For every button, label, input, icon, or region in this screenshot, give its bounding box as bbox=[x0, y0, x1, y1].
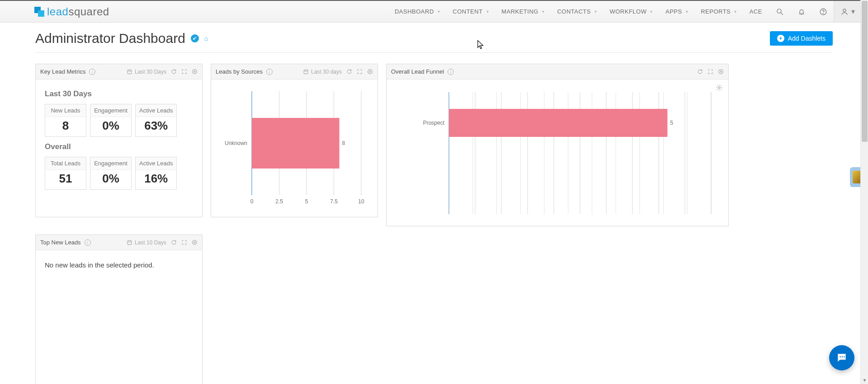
empty-state-message: No new leads in the selected period. bbox=[45, 258, 193, 272]
nav-item-reports[interactable]: REPORTS▾ bbox=[694, 1, 743, 22]
add-dashlets-label: Add Dashlets bbox=[788, 35, 826, 42]
help-icon[interactable] bbox=[812, 1, 834, 22]
metric-value: 16% bbox=[136, 170, 176, 189]
close-icon[interactable] bbox=[192, 69, 198, 75]
chevron-down-icon: ▾ bbox=[542, 9, 545, 14]
dashlet-header: Overall Lead Funnel i bbox=[387, 64, 728, 80]
svg-rect-5 bbox=[127, 70, 132, 74]
dashlet-controls: Last 30 Days bbox=[127, 69, 198, 75]
svg-point-3 bbox=[823, 13, 823, 14]
dashlets-area: Key Lead Metrics i Last 30 Days Last 30 … bbox=[35, 53, 833, 384]
chat-fab[interactable] bbox=[829, 345, 854, 370]
nav-item-content[interactable]: CONTENT▾ bbox=[446, 1, 495, 22]
date-range-label: Last 30 days bbox=[311, 69, 342, 75]
dashlet-controls: Last 10 Days bbox=[127, 239, 198, 246]
plus-circle-icon: + bbox=[777, 35, 784, 42]
nav-item-ace[interactable]: ACE bbox=[743, 1, 769, 22]
nav-item-contacts[interactable]: CONTACTS▾ bbox=[551, 1, 603, 22]
metric-box[interactable]: Active Leads63% bbox=[135, 104, 177, 137]
nav-item-label: MARKETING bbox=[501, 8, 538, 15]
topbar-utilities: ▾ bbox=[769, 1, 861, 22]
metric-box[interactable]: Total Leads51 bbox=[45, 157, 86, 190]
info-icon[interactable]: i bbox=[89, 69, 95, 75]
profile-menu[interactable]: ▾ bbox=[834, 1, 861, 22]
topbar: leadsquared DASHBOARD▾CONTENT▾MARKETING▾… bbox=[0, 0, 868, 23]
fullscreen-icon[interactable] bbox=[181, 239, 187, 245]
nav-item-marketing[interactable]: MARKETING▾ bbox=[495, 1, 551, 22]
calendar-icon bbox=[127, 69, 132, 75]
metric-value: 0% bbox=[90, 117, 131, 136]
metric-label: Total Leads bbox=[45, 157, 86, 170]
chevron-down-icon: ▾ bbox=[594, 9, 597, 14]
metric-value: 8 bbox=[45, 117, 86, 136]
verified-badge-icon[interactable]: ✔ bbox=[191, 34, 199, 42]
svg-text:5: 5 bbox=[670, 120, 673, 126]
info-icon[interactable]: i bbox=[85, 239, 91, 246]
date-range-selector[interactable]: Last 30 Days bbox=[127, 69, 166, 75]
metric-box[interactable]: New Leads8 bbox=[45, 104, 86, 137]
date-range-selector[interactable]: Last 10 Days bbox=[127, 239, 166, 246]
metric-label: Active Leads bbox=[136, 104, 176, 117]
metric-label: Engagement bbox=[90, 157, 131, 170]
metric-box[interactable]: Engagement0% bbox=[90, 104, 132, 137]
chevron-down-icon: ▾ bbox=[851, 7, 855, 16]
chevron-down-icon: ▾ bbox=[686, 9, 689, 14]
svg-text:Unknown: Unknown bbox=[225, 140, 247, 146]
dashlet-body: Prospect5 bbox=[387, 80, 728, 218]
dashlet-top-new-leads: Top New Leads i Last 10 Days No new lead… bbox=[35, 234, 203, 384]
home-icon[interactable]: ⌂ bbox=[204, 35, 208, 42]
metrics-row-overall: Total Leads51Engagement0%Active Leads16% bbox=[45, 157, 193, 190]
logo-text: leadsquared bbox=[47, 5, 109, 18]
date-range-selector[interactable]: Last 30 days bbox=[303, 69, 342, 75]
svg-text:10: 10 bbox=[358, 198, 364, 204]
svg-rect-64 bbox=[127, 241, 132, 245]
logo[interactable]: leadsquared bbox=[34, 5, 109, 18]
svg-line-1 bbox=[781, 13, 783, 15]
vertical-scrollbar[interactable]: ▲ ▼ bbox=[860, 0, 868, 384]
leads-by-sources-chart: 02.557.510Unknown8 bbox=[217, 87, 372, 204]
metric-label: New Leads bbox=[45, 104, 86, 117]
logo-mark bbox=[34, 7, 44, 17]
dashlet-overall-lead-funnel: Overall Lead Funnel i Prospect5 bbox=[386, 64, 729, 226]
nav-item-label: REPORTS bbox=[701, 8, 731, 15]
metric-box[interactable]: Active Leads16% bbox=[135, 157, 177, 190]
scroll-down-arrow[interactable]: ▼ bbox=[861, 376, 868, 384]
close-icon[interactable] bbox=[192, 239, 198, 245]
chevron-down-icon: ▾ bbox=[650, 9, 653, 14]
dashlet-body: 02.557.510Unknown8 bbox=[211, 80, 377, 208]
search-icon[interactable] bbox=[769, 1, 790, 22]
fullscreen-icon[interactable] bbox=[357, 69, 363, 75]
nav-item-apps[interactable]: APPS▾ bbox=[659, 1, 694, 22]
bell-icon[interactable] bbox=[790, 1, 812, 22]
close-icon[interactable] bbox=[367, 69, 373, 75]
close-icon[interactable] bbox=[718, 69, 724, 75]
info-icon[interactable]: i bbox=[448, 69, 454, 75]
refresh-icon[interactable] bbox=[346, 69, 352, 75]
overall-lead-funnel-chart: Prospect5 bbox=[395, 88, 720, 214]
svg-text:7.5: 7.5 bbox=[330, 198, 338, 204]
refresh-icon[interactable] bbox=[697, 69, 703, 75]
dashlet-title: Top New Leads bbox=[40, 239, 81, 246]
svg-point-4 bbox=[843, 9, 846, 12]
metric-box[interactable]: Engagement0% bbox=[90, 157, 132, 190]
info-icon[interactable]: i bbox=[266, 69, 273, 75]
refresh-icon[interactable] bbox=[171, 69, 177, 75]
fullscreen-icon[interactable] bbox=[181, 69, 187, 75]
date-range-label: Last 30 Days bbox=[135, 69, 166, 75]
nav-item-label: ACE bbox=[750, 8, 762, 15]
nav-item-workflow[interactable]: WORKFLOW▾ bbox=[603, 1, 659, 22]
scroll-thumb[interactable] bbox=[862, 1, 868, 142]
metrics-section-title: Overall bbox=[45, 142, 193, 151]
refresh-icon[interactable] bbox=[171, 239, 177, 245]
dashlet-title: Key Lead Metrics bbox=[40, 68, 85, 75]
nav-item-label: CONTACTS bbox=[557, 8, 591, 15]
nav-item-dashboard[interactable]: DASHBOARD▾ bbox=[388, 1, 446, 22]
svg-point-0 bbox=[777, 9, 781, 13]
svg-text:Prospect: Prospect bbox=[423, 120, 445, 126]
svg-point-72 bbox=[842, 356, 843, 358]
nav-item-label: APPS bbox=[665, 8, 682, 15]
add-dashlets-button[interactable]: + Add Dashlets bbox=[770, 31, 833, 46]
dashlet-header: Key Lead Metrics i Last 30 Days bbox=[36, 64, 202, 80]
fullscreen-icon[interactable] bbox=[708, 69, 713, 75]
page: Administrator Dashboard ✔ ⌂ + Add Dashle… bbox=[0, 23, 868, 384]
